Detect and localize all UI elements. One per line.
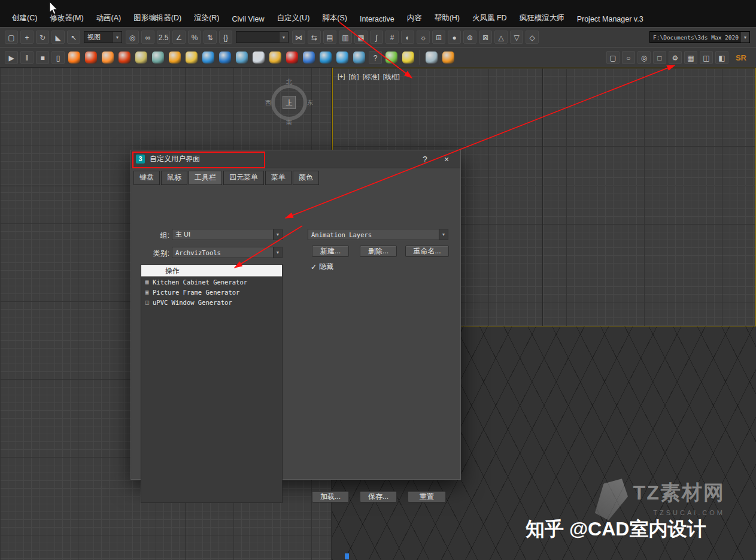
compass-top-face[interactable]: 上 (283, 96, 296, 109)
schematic-view-icon[interactable]: # (385, 31, 399, 44)
play-animation-icon[interactable]: ▶ (5, 51, 18, 64)
select-and-rotate-icon[interactable]: ↻ (36, 31, 49, 44)
new-button[interactable]: 新建... (312, 246, 349, 257)
grid-snap-icon[interactable]: ⊠ (479, 31, 492, 44)
droplet-icon[interactable] (169, 52, 181, 63)
menu-item[interactable]: 疯狂模渲大师 (520, 13, 564, 23)
circle-mode-icon[interactable]: ○ (622, 51, 635, 64)
snow-tree-icon[interactable] (426, 52, 438, 63)
render-production-icon[interactable]: ● (448, 31, 461, 44)
red-sphere-icon[interactable] (286, 52, 298, 63)
select-and-scale-icon[interactable]: ◣ (51, 31, 65, 44)
tab-菜单[interactable]: 菜单 (265, 171, 292, 185)
help-icon[interactable]: ? (369, 51, 382, 64)
tab-四元菜单[interactable]: 四元菜单 (223, 171, 264, 185)
viewport-label[interactable]: [前] (349, 72, 359, 81)
menu-item[interactable]: 自定义(U) (277, 13, 309, 23)
rendered-frame-icon[interactable]: ⊞ (432, 31, 445, 44)
reset-button[interactable]: 重置 (408, 491, 446, 503)
angle-snap-icon[interactable]: ∠ (172, 31, 186, 44)
menu-item[interactable]: 脚本(S) (322, 13, 347, 23)
menu-item[interactable]: 渲染(R) (194, 13, 219, 23)
tab-工具栏[interactable]: 工具栏 (189, 171, 222, 185)
menu-item[interactable]: Civil View (232, 15, 265, 23)
menu-item[interactable]: 修改器(M) (50, 13, 83, 23)
delete-icon[interactable]: ▯ (51, 51, 65, 64)
named-selection-sets-icon[interactable]: {} (219, 31, 232, 44)
timer-icon[interactable] (135, 52, 147, 63)
pause-animation-icon[interactable]: ‖ (20, 51, 34, 64)
bulb-yellow-icon[interactable] (402, 52, 414, 63)
material-editor-icon[interactable]: ◐ (401, 31, 414, 44)
tab-键盘[interactable]: 键盘 (133, 171, 160, 185)
ring-mode-icon[interactable]: ◎ (637, 51, 651, 64)
sun-orange-icon[interactable] (442, 52, 454, 63)
menu-item[interactable]: Interactive (360, 15, 394, 23)
toolbar-select-dropdown[interactable]: Animation Layers ▼ (308, 229, 448, 240)
viewport-label[interactable]: [标准] (363, 72, 379, 81)
snaps-toggle-icon[interactable]: 2.5 (157, 31, 170, 44)
menu-item[interactable]: Project Manager v.3 (577, 15, 643, 23)
menu-item[interactable]: 创建(C) (12, 13, 37, 23)
array-tools-icon[interactable]: ⊕ (463, 31, 476, 44)
list-item[interactable]: ◫uPVC Window Generator (141, 297, 282, 307)
normal-align-icon[interactable]: △ (494, 31, 508, 44)
whirlpool-icon[interactable] (320, 52, 332, 63)
save-button[interactable]: 保存... (360, 491, 397, 503)
menu-item[interactable]: 图形编辑器(D) (133, 13, 181, 23)
rename-button[interactable]: 重命名... (405, 246, 449, 257)
scene-explorer-icon[interactable]: ▤ (323, 31, 336, 44)
menu-item[interactable]: 动画(A) (96, 13, 122, 23)
tab-鼠标[interactable]: 鼠标 (161, 171, 187, 185)
align-icon[interactable]: ⇆ (308, 31, 321, 44)
sr-toggle[interactable]: SR (736, 53, 746, 62)
cup-icon[interactable] (253, 52, 265, 63)
wave-icon[interactable] (336, 52, 348, 63)
named-selection-dropdown[interactable]: ▼ (236, 31, 289, 43)
isolate-icon[interactable]: ◇ (526, 31, 539, 44)
spinner-snap-icon[interactable]: ⇅ (204, 31, 217, 44)
phoenix-fire-2-icon[interactable] (102, 52, 114, 63)
pan-view-icon[interactable]: ◎ (126, 31, 139, 44)
menu-item[interactable]: 帮助(H) (435, 13, 460, 23)
selection-region-icon[interactable]: ▢ (5, 31, 18, 44)
viewport-label[interactable]: [线框] (383, 72, 400, 81)
layout-grid-icon[interactable]: ▦ (684, 51, 697, 64)
category-dropdown[interactable]: ArchvizTools ▼ (172, 247, 283, 258)
percent-snap-icon[interactable]: % (188, 31, 201, 44)
splash-icon[interactable] (202, 52, 214, 63)
dialog-titlebar[interactable]: 3 自定义用户界面 ? × (131, 150, 460, 168)
box-mode-icon[interactable]: ▢ (606, 51, 620, 64)
viewport-label[interactable]: [+] (338, 72, 345, 81)
delete-button[interactable]: 删除... (360, 246, 397, 257)
ribbon-icon[interactable]: ▦ (354, 31, 368, 44)
select-and-move-icon[interactable]: + (20, 31, 34, 44)
list-item[interactable]: ▦Kitchen Cabinet Generator (141, 277, 282, 287)
viewport-layout-dropdown[interactable]: 视图▼ (84, 31, 122, 43)
help-button[interactable]: ? (418, 155, 432, 164)
view-compass[interactable]: 北 南 西 东 上 (266, 80, 312, 125)
cube-mode-icon[interactable]: □ (653, 51, 666, 64)
menu-item[interactable]: 火凤凰 FD (472, 13, 507, 23)
ocean-icon[interactable] (219, 52, 231, 63)
curve-editor-icon[interactable]: ∫ (370, 31, 383, 44)
settings-gear-icon[interactable]: ⚙ (669, 51, 682, 64)
monitor-layout-icon[interactable]: ◫ (700, 51, 713, 64)
hide-checkbox[interactable]: ✓ 隐藏 (311, 262, 333, 272)
placement-icon[interactable]: ▽ (510, 31, 523, 44)
smoke-icon[interactable] (152, 52, 164, 63)
phoenix-explosion-icon[interactable] (85, 52, 97, 63)
project-path-field[interactable]: F:\Documents\3ds Max 2020▼ (649, 31, 750, 43)
toast-icon[interactable] (269, 52, 281, 63)
atom-icon[interactable] (303, 52, 315, 63)
load-button[interactable]: 加载... (312, 491, 349, 503)
kettle-icon[interactable] (186, 52, 198, 63)
render-setup-icon[interactable]: ☼ (417, 31, 430, 44)
sea-icon[interactable] (353, 52, 365, 63)
mirror-icon[interactable]: ⋈ (292, 31, 305, 44)
tab-颜色[interactable]: 颜色 (293, 171, 319, 185)
liquid-container-icon[interactable] (236, 52, 248, 63)
bulb-green-icon[interactable] (385, 52, 397, 63)
phoenix-flame-icon[interactable] (68, 52, 80, 63)
split-layout-icon[interactable]: ◧ (715, 51, 728, 64)
